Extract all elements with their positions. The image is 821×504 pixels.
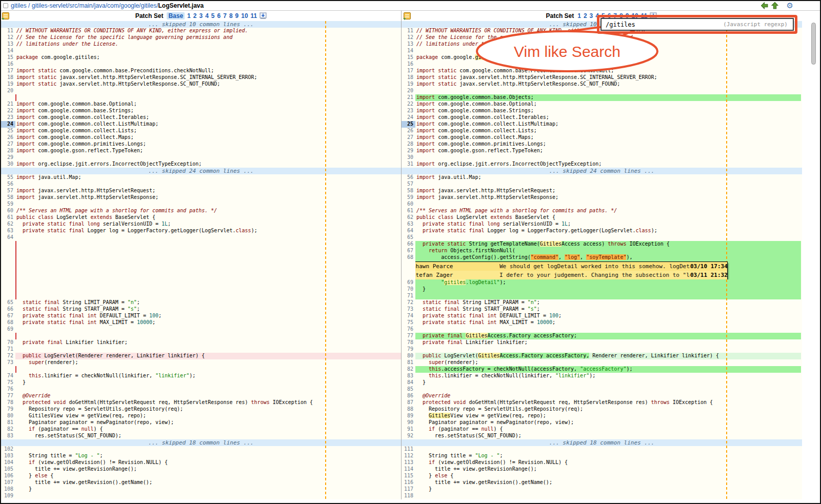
line-number[interactable]: 14 bbox=[401, 48, 415, 54]
line-number[interactable]: 27 bbox=[1, 141, 15, 148]
line-number[interactable]: 24 bbox=[401, 114, 415, 121]
line-number[interactable]: 22 bbox=[1, 108, 15, 114]
line-number[interactable]: 68 bbox=[1, 319, 15, 326]
line-number[interactable]: 58 bbox=[1, 194, 15, 201]
line-number[interactable]: 90 bbox=[401, 419, 415, 426]
line-number[interactable]: 21 bbox=[401, 94, 415, 101]
patchset-link[interactable]: 5 bbox=[211, 12, 215, 19]
line-number[interactable]: 92 bbox=[401, 433, 415, 439]
line-number[interactable]: 74 bbox=[401, 313, 415, 319]
line-number[interactable]: 81 bbox=[1, 419, 15, 426]
skipped-lines-band[interactable]: ... skipped 18 common lines ... bbox=[401, 439, 802, 446]
expand-file-icon-right[interactable] bbox=[404, 12, 411, 19]
line-number[interactable]: 77 bbox=[1, 393, 15, 399]
patchset-link[interactable]: 9 bbox=[235, 12, 239, 19]
line-number[interactable]: 69 bbox=[1, 326, 15, 333]
line-number[interactable]: 116 bbox=[401, 479, 415, 486]
line-number[interactable]: 26 bbox=[1, 134, 15, 141]
line-number[interactable]: 82 bbox=[401, 366, 415, 373]
line-number[interactable]: 112 bbox=[401, 453, 415, 459]
vim-search-input[interactable]: /gitiles (Javascript regexp) bbox=[600, 18, 794, 31]
line-number[interactable]: 63 bbox=[401, 221, 415, 228]
line-number[interactable]: 72 bbox=[1, 353, 15, 359]
line-number[interactable]: 14 bbox=[1, 48, 15, 54]
line-number[interactable]: 107 bbox=[1, 479, 15, 486]
line-number[interactable]: 85 bbox=[401, 386, 415, 393]
line-number[interactable]: 74 bbox=[1, 373, 15, 379]
line-number[interactable]: 76 bbox=[401, 326, 415, 333]
line-number[interactable]: 78 bbox=[1, 399, 15, 406]
line-number[interactable]: 117 bbox=[401, 486, 415, 493]
up-to-change-arrow-icon[interactable] bbox=[771, 2, 778, 9]
line-number[interactable] bbox=[1, 293, 15, 299]
line-number[interactable]: 84 bbox=[401, 379, 415, 386]
line-number[interactable]: 17 bbox=[401, 68, 415, 74]
line-number[interactable] bbox=[1, 94, 15, 101]
line-number[interactable]: 79 bbox=[1, 406, 15, 413]
line-number[interactable]: 12 bbox=[1, 34, 15, 41]
line-number[interactable]: 106 bbox=[1, 473, 15, 479]
line-number[interactable]: 13 bbox=[401, 41, 415, 48]
line-number[interactable]: 27 bbox=[401, 134, 415, 141]
skipped-lines-band[interactable]: ... skipped 24 common lines ... bbox=[401, 168, 802, 174]
patchset-link[interactable]: 10 bbox=[241, 12, 248, 19]
patchset-link[interactable]: 3 bbox=[590, 12, 593, 19]
line-number[interactable]: 67 bbox=[1, 313, 15, 319]
line-number[interactable]: 103 bbox=[1, 453, 15, 459]
line-number[interactable]: 20 bbox=[1, 88, 15, 94]
line-number[interactable]: 102 bbox=[1, 446, 15, 453]
expand-file-icon-left[interactable] bbox=[2, 12, 9, 19]
patchset-link[interactable]: 6 bbox=[217, 12, 221, 19]
line-number[interactable]: 31 bbox=[401, 161, 415, 168]
line-number[interactable]: 56 bbox=[401, 174, 415, 181]
line-number[interactable]: 63 bbox=[1, 228, 15, 234]
line-number[interactable]: 87 bbox=[401, 399, 415, 406]
line-number[interactable]: 23 bbox=[1, 114, 15, 121]
line-number[interactable] bbox=[1, 333, 15, 339]
line-number[interactable]: 81 bbox=[401, 359, 415, 366]
line-number[interactable]: 25 bbox=[1, 128, 15, 134]
line-number[interactable]: 18 bbox=[1, 74, 15, 81]
line-number[interactable]: 109 bbox=[1, 493, 15, 499]
line-number[interactable]: 21 bbox=[1, 101, 15, 108]
line-number[interactable]: 22 bbox=[401, 101, 415, 108]
breadcrumb-repo-link[interactable]: gitiles bbox=[11, 2, 27, 9]
line-number[interactable]: 59 bbox=[1, 201, 15, 208]
line-number[interactable]: 68 bbox=[401, 254, 415, 261]
scrollbar-thumb[interactable] bbox=[811, 23, 816, 65]
line-number[interactable]: 79 bbox=[401, 346, 415, 353]
line-number[interactable]: 67 bbox=[401, 248, 415, 254]
line-number[interactable]: 28 bbox=[401, 141, 415, 148]
line-number[interactable]: 58 bbox=[401, 188, 415, 194]
patchset-link[interactable]: 7 bbox=[223, 12, 227, 19]
line-number[interactable]: 83 bbox=[1, 433, 15, 439]
line-number[interactable]: 57 bbox=[401, 181, 415, 188]
patchset-link[interactable]: 4 bbox=[595, 12, 599, 19]
line-number[interactable]: 15 bbox=[401, 54, 415, 61]
line-number[interactable]: 76 bbox=[1, 386, 15, 393]
line-number[interactable]: 70 bbox=[401, 286, 415, 293]
line-number[interactable]: 75 bbox=[1, 379, 15, 386]
line-number[interactable]: 66 bbox=[1, 306, 15, 313]
line-number[interactable]: 17 bbox=[1, 68, 15, 74]
line-number[interactable]: 13 bbox=[1, 41, 15, 48]
comment-row[interactable]: Stefan ZagerI defer to your judgement. C… bbox=[415, 271, 727, 279]
line-number[interactable]: 75 bbox=[401, 319, 415, 326]
line-number[interactable]: 65 bbox=[1, 299, 15, 306]
line-number[interactable]: 55 bbox=[1, 174, 15, 181]
line-number[interactable] bbox=[1, 366, 15, 373]
skipped-lines-band[interactable]: ... skipped 24 common lines ... bbox=[1, 168, 401, 174]
line-number[interactable]: 69 bbox=[401, 279, 415, 286]
patchset-link[interactable]: 1 bbox=[577, 12, 581, 19]
line-number[interactable]: 62 bbox=[1, 221, 15, 228]
line-number[interactable]: 57 bbox=[1, 188, 15, 194]
line-number[interactable]: 19 bbox=[401, 81, 415, 88]
line-number[interactable] bbox=[401, 261, 415, 279]
skipped-lines-band[interactable]: ... skipped 10 common lines ... bbox=[1, 21, 401, 28]
line-number[interactable]: 29 bbox=[1, 154, 15, 161]
line-number[interactable]: 64 bbox=[1, 234, 15, 241]
line-number[interactable]: 66 bbox=[401, 241, 415, 248]
line-number[interactable]: 11 bbox=[401, 28, 415, 34]
line-number[interactable]: 111 bbox=[401, 446, 415, 453]
comment-row[interactable]: Shawn PearceWe should get logDetail work… bbox=[415, 262, 727, 271]
